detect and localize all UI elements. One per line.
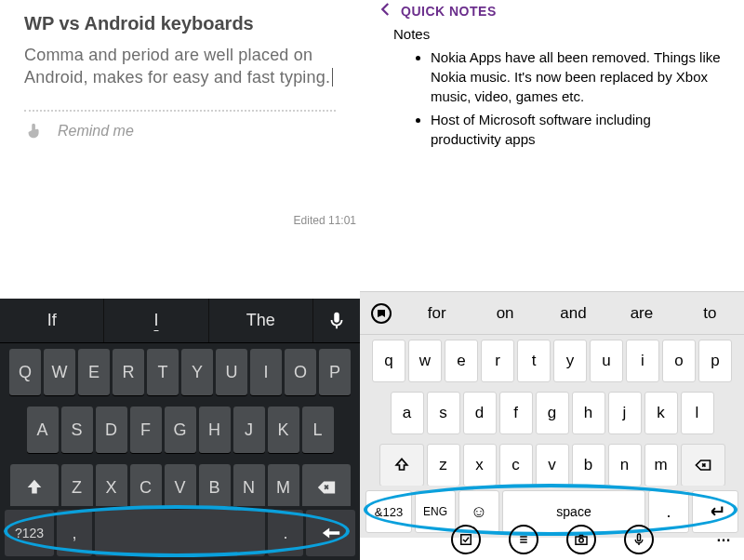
key-m[interactable]: m — [644, 444, 678, 487]
key-z[interactable]: z — [427, 444, 460, 487]
key-v[interactable]: V — [165, 464, 196, 511]
suggestion-item[interactable]: on — [471, 304, 538, 323]
key-i[interactable]: I — [250, 349, 282, 395]
key-a[interactable]: A — [27, 407, 59, 453]
key-k[interactable]: K — [268, 407, 299, 453]
suggestion-bar: for on and are to — [360, 292, 744, 335]
list-item: Nokia Apps have all been removed. Things… — [431, 47, 722, 106]
text-cursor — [332, 68, 333, 87]
key-row-1: q w e r t y u i o p — [360, 335, 744, 387]
key-s[interactable]: s — [427, 392, 460, 434]
key-w[interactable]: W — [44, 349, 75, 395]
microphone-icon — [326, 311, 347, 331]
edited-timestamp: Edited 11:01 — [294, 214, 356, 227]
key-q[interactable]: Q — [9, 349, 41, 395]
key-h[interactable]: H — [199, 407, 231, 453]
key-d[interactable]: D — [96, 407, 127, 453]
period-key[interactable]: . — [268, 510, 303, 556]
backspace-key[interactable] — [302, 464, 351, 511]
key-y[interactable]: y — [553, 340, 587, 382]
wp-keyboard: for on and are to q w e r t y u i o p a … — [360, 291, 744, 491]
key-f[interactable]: F — [130, 407, 162, 453]
key-l[interactable]: L — [302, 407, 334, 453]
key-n[interactable]: n — [608, 444, 642, 487]
svg-point-3 — [578, 539, 583, 543]
key-b[interactable]: b — [572, 444, 605, 487]
note-body-text: Comma and period are well placed on Andr… — [24, 46, 330, 87]
key-t[interactable]: T — [147, 349, 179, 395]
backspace-key[interactable] — [681, 444, 725, 487]
key-y[interactable]: Y — [181, 349, 213, 395]
key-r[interactable]: R — [113, 349, 144, 395]
key-x[interactable]: X — [96, 464, 127, 511]
key-p[interactable]: P — [319, 349, 351, 395]
suggestion-item[interactable]: and — [539, 304, 607, 323]
comma-key[interactable]: , — [57, 510, 92, 556]
key-u[interactable]: U — [216, 349, 247, 395]
key-j[interactable]: J — [233, 407, 265, 453]
symbols-key[interactable]: ?123 — [5, 510, 54, 556]
android-keyboard: If I The Q W E R T Y U I O P A — [0, 299, 360, 516]
key-x[interactable]: x — [463, 444, 497, 487]
suggestion-item[interactable]: are — [607, 304, 675, 323]
key-u[interactable]: u — [590, 340, 623, 382]
key-v[interactable]: v — [536, 444, 569, 487]
key-r[interactable]: r — [481, 340, 514, 382]
key-m[interactable]: M — [268, 464, 299, 511]
key-p[interactable]: p — [698, 340, 732, 382]
suggestion-item[interactable]: The — [209, 299, 313, 342]
chevron-left-icon — [378, 1, 394, 18]
camera-button[interactable] — [566, 525, 596, 554]
remind-me-row[interactable]: Remind me — [0, 112, 360, 141]
voice-input-button[interactable] — [313, 299, 360, 342]
back-button[interactable] — [377, 1, 395, 22]
key-e[interactable]: E — [78, 349, 110, 395]
key-f[interactable]: f — [499, 392, 533, 434]
key-i[interactable]: i — [626, 340, 659, 382]
key-n[interactable]: N — [233, 464, 265, 511]
note-body[interactable]: Comma and period are well placed on Andr… — [24, 44, 336, 89]
key-d[interactable]: d — [463, 392, 497, 434]
key-e[interactable]: e — [445, 340, 478, 382]
space-key[interactable] — [95, 510, 265, 556]
key-row-3: z x c v b n m — [360, 439, 744, 491]
notes-body[interactable]: Nokia Apps have all been removed. Things… — [360, 47, 744, 149]
suggestion-item[interactable]: If — [0, 299, 104, 342]
suggestion-item[interactable]: for — [403, 304, 471, 323]
suggestion-item[interactable]: I — [104, 299, 208, 342]
key-row-1: Q W E R T Y U I O P — [0, 343, 360, 401]
key-b[interactable]: B — [199, 464, 231, 511]
more-button[interactable]: … — [716, 528, 733, 545]
key-s[interactable]: S — [61, 407, 93, 453]
key-o[interactable]: O — [285, 349, 316, 395]
todo-button[interactable] — [451, 525, 481, 554]
key-c[interactable]: c — [499, 444, 533, 487]
shift-key[interactable] — [10, 464, 59, 511]
key-z[interactable]: Z — [61, 464, 93, 511]
key-h[interactable]: h — [572, 392, 605, 434]
enter-arrow-icon — [318, 523, 344, 543]
key-t[interactable]: t — [517, 340, 551, 382]
key-w[interactable]: w — [408, 340, 442, 382]
key-k[interactable]: k — [644, 392, 678, 434]
key-g[interactable]: G — [165, 407, 196, 453]
key-g[interactable]: g — [536, 392, 569, 434]
voice-button[interactable] — [624, 525, 654, 554]
key-c[interactable]: C — [130, 464, 162, 511]
suggestion-item[interactable]: to — [676, 304, 744, 323]
wp-panel: QUICK NOTES Notes Nokia Apps have all be… — [360, 0, 744, 560]
key-j[interactable]: j — [608, 392, 642, 434]
section-title[interactable]: QUICK NOTES — [401, 4, 497, 19]
list-button[interactable] — [509, 525, 538, 554]
key-o[interactable]: o — [662, 340, 696, 382]
shift-key[interactable] — [379, 444, 424, 487]
key-a[interactable]: a — [391, 392, 424, 434]
shift-icon — [392, 456, 411, 474]
camera-icon — [573, 531, 590, 548]
backspace-icon — [694, 456, 712, 474]
key-l[interactable]: l — [681, 392, 714, 434]
note-title[interactable]: WP vs Android keyboards — [24, 13, 336, 34]
key-q[interactable]: q — [372, 340, 405, 382]
enter-key[interactable] — [306, 510, 355, 556]
note-tab-button[interactable] — [360, 302, 403, 325]
